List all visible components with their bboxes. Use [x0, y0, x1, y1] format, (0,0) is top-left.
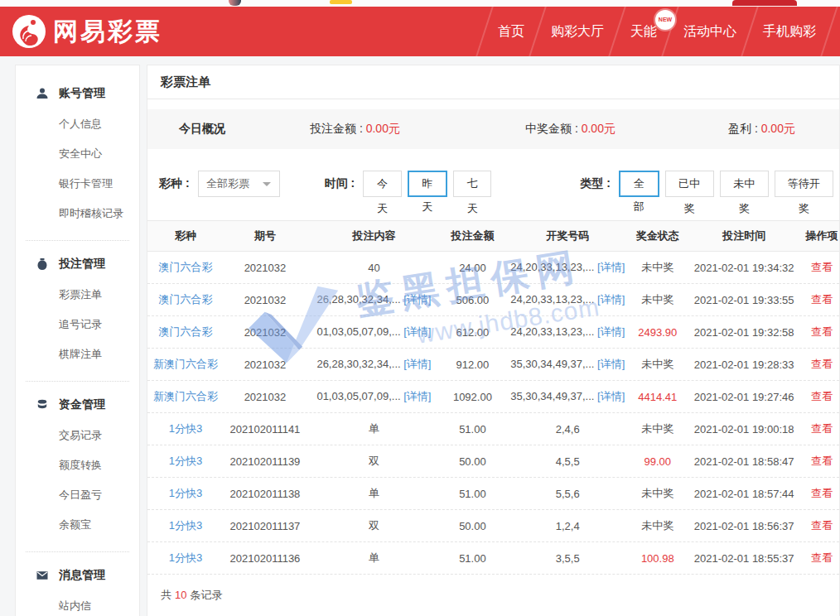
- view-link[interactable]: 查看: [811, 293, 833, 306]
- lottery-link[interactable]: 新澳门六合彩: [153, 358, 218, 370]
- lottery-link[interactable]: 新澳门六合彩: [153, 390, 218, 402]
- column-header: 投注时间: [683, 229, 804, 243]
- action-cell: 查看: [804, 486, 839, 501]
- view-link[interactable]: 查看: [811, 358, 833, 370]
- view-link[interactable]: 查看: [811, 261, 833, 273]
- bet-content-cell: 26,28,30,32,34,... [详情]: [307, 357, 442, 372]
- bet-time-cell: 2021-02-01 18:57:44: [683, 488, 804, 500]
- issue-cell: 2021032: [224, 391, 307, 403]
- draw-detail-link[interactable]: [详情]: [597, 390, 625, 402]
- table-row: 澳门六合彩 2021032 26,28,30,32,34,... [详情] 50…: [147, 284, 839, 316]
- lottery-link[interactable]: 澳门六合彩: [158, 293, 212, 306]
- action-cell: 查看: [804, 260, 839, 275]
- bet-time-cell: 2021-02-01 18:55:37: [683, 552, 804, 565]
- view-link[interactable]: 查看: [811, 325, 833, 338]
- lottery-link[interactable]: 1分快3: [169, 519, 202, 532]
- sidebar-item[interactable]: 站内信: [16, 591, 139, 616]
- draw-detail-link[interactable]: [详情]: [597, 261, 625, 273]
- draw-numbers-cell: 1,2,4: [504, 520, 631, 532]
- sidebar-item[interactable]: 棋牌注单: [16, 339, 139, 369]
- time-filter-2[interactable]: 七天: [453, 171, 491, 197]
- sidebar-item[interactable]: 个人信息: [16, 109, 139, 139]
- nav-item-3[interactable]: 活动中心: [683, 23, 736, 41]
- bet-detail-link[interactable]: [详情]: [403, 390, 431, 402]
- bet-time-cell: 2021-02-01 19:33:55: [683, 294, 804, 306]
- column-header: 开奖号码: [504, 229, 631, 243]
- type-filter-group: 全部已中奖未中奖等待开奖: [619, 171, 839, 197]
- overview-title: 今日概况: [179, 122, 310, 137]
- view-link[interactable]: 查看: [811, 390, 833, 402]
- draw-numbers-cell: 24,20,33,13,23,... [详情]: [504, 325, 631, 339]
- view-link[interactable]: 查看: [811, 551, 833, 564]
- time-filter-1[interactable]: 昨天: [408, 171, 447, 197]
- sidebar-item[interactable]: 安全中心: [16, 139, 139, 169]
- type-filter-0[interactable]: 全部: [619, 171, 659, 197]
- view-link[interactable]: 查看: [811, 519, 833, 532]
- sidebar-item[interactable]: 银行卡管理: [16, 169, 139, 199]
- sidebar-section-title: 投注管理: [59, 257, 105, 272]
- nav-item-1[interactable]: 购彩大厅: [551, 23, 604, 41]
- bet-time-cell: 2021-02-01 19:32:58: [683, 326, 804, 339]
- sidebar-item[interactable]: 今日盈亏: [16, 480, 139, 510]
- action-cell: 查看: [804, 518, 839, 533]
- view-link[interactable]: 查看: [811, 422, 833, 435]
- bet-content-cell: 单: [307, 551, 442, 565]
- nav-item-4[interactable]: 手机购彩: [763, 23, 816, 41]
- lottery-link[interactable]: 1分快3: [169, 455, 202, 467]
- nav-separator: [604, 7, 630, 56]
- sidebar-item[interactable]: 彩票注单: [16, 280, 139, 310]
- nav-separator: [736, 7, 763, 56]
- bet-time-cell: 2021-02-01 18:56:37: [683, 520, 804, 532]
- bet-amount-cell: 51.00: [442, 423, 504, 436]
- lottery-link[interactable]: 1分快3: [169, 487, 202, 499]
- draw-detail-link[interactable]: [详情]: [597, 293, 625, 306]
- prize-status-cell: 未中奖: [631, 518, 683, 533]
- view-link[interactable]: 查看: [811, 455, 833, 467]
- bet-content-cell: 01,03,05,07,09,... [详情]: [307, 389, 442, 404]
- issue-cell: 2021032: [224, 294, 307, 306]
- table-row: 新澳门六合彩 2021032 01,03,05,07,09,... [详情] 1…: [147, 381, 839, 413]
- brand-logo[interactable]: 网易彩票: [12, 14, 162, 49]
- lottery-cell: 澳门六合彩: [147, 325, 224, 339]
- draw-numbers-cell: 2,4,6: [504, 423, 631, 436]
- bet-content-cell: 单: [307, 421, 442, 436]
- type-filter-1[interactable]: 已中奖: [665, 171, 714, 197]
- lottery-link[interactable]: 澳门六合彩: [158, 261, 212, 273]
- lottery-cell: 1分快3: [147, 454, 224, 469]
- sidebar-item[interactable]: 额度转换: [16, 450, 139, 480]
- time-filter-0[interactable]: 今天: [363, 171, 401, 197]
- issue-cell: 2021032: [224, 326, 307, 339]
- brand-logo-icon: [12, 14, 46, 49]
- action-cell: 查看: [804, 292, 839, 307]
- lottery-link[interactable]: 1分快3: [169, 551, 202, 564]
- table-row: 澳门六合彩 2021032 01,03,05,07,09,... [详情] 61…: [147, 316, 839, 349]
- action-cell: 查看: [804, 357, 839, 372]
- draw-numbers-cell: 35,30,34,49,37,... [详情]: [504, 357, 631, 372]
- table-row: 1分快3 202102011136 单 51.00 3,5,5 100.98 2…: [147, 542, 839, 575]
- nav-item-2[interactable]: 天能NEW: [630, 23, 657, 41]
- bet-detail-link[interactable]: [详情]: [403, 358, 431, 370]
- sidebar: 账号管理个人信息安全中心银行卡管理即时稽核记录投注管理彩票注单追号记录棋牌注单资…: [15, 65, 140, 616]
- sidebar-item[interactable]: 追号记录: [16, 310, 139, 339]
- bet-amount-cell: 50.00: [442, 455, 504, 468]
- sidebar-item[interactable]: 即时稽核记录: [16, 199, 139, 229]
- view-link[interactable]: 查看: [811, 487, 833, 499]
- time-filter-label: 时间 :: [325, 176, 355, 191]
- draw-detail-link[interactable]: [详情]: [597, 358, 625, 370]
- lottery-link[interactable]: 1分快3: [169, 422, 202, 435]
- sidebar-item[interactable]: 交易记录: [16, 421, 139, 450]
- type-filter-3[interactable]: 等待开奖: [775, 171, 833, 197]
- lottery-link[interactable]: 澳门六合彩: [158, 325, 212, 338]
- nav-item-0[interactable]: 首页: [498, 23, 524, 41]
- lottery-select[interactable]: 全部彩票: [198, 171, 280, 197]
- sidebar-section-title: 账号管理: [59, 86, 105, 101]
- bet-detail-link[interactable]: [详情]: [403, 293, 431, 306]
- type-filter-2[interactable]: 未中奖: [720, 171, 769, 197]
- bet-amount-cell: 1092.00: [442, 391, 504, 403]
- sidebar-item[interactable]: 余额宝: [16, 510, 139, 540]
- site-header: 网易彩票 首页购彩大厅天能NEW活动中心手机购彩: [0, 7, 840, 56]
- lottery-cell: 澳门六合彩: [147, 292, 224, 307]
- draw-detail-link[interactable]: [详情]: [597, 325, 625, 338]
- bet-detail-link[interactable]: [详情]: [403, 325, 431, 338]
- sidebar-section-3: 消息管理: [16, 552, 139, 591]
